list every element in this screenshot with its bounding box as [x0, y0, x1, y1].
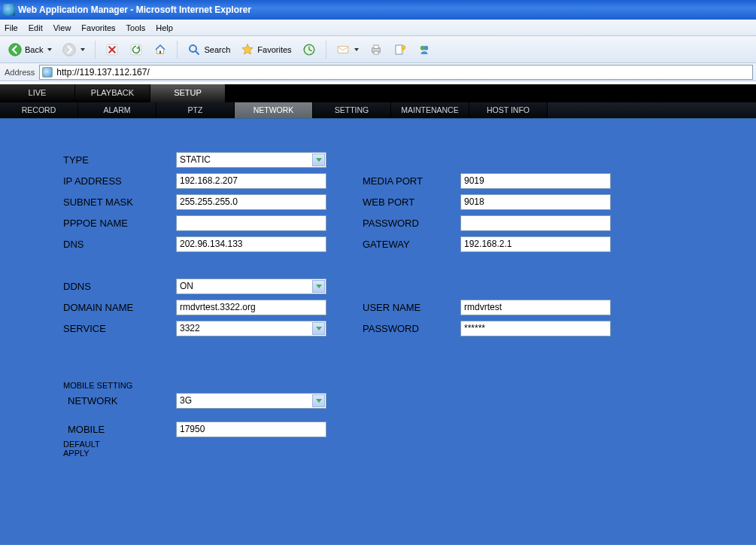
- tab-network[interactable]: NETWORK: [235, 102, 313, 118]
- chevron-down-icon: [354, 48, 359, 51]
- pppoe-input[interactable]: [176, 215, 326, 231]
- service-label: SERVICE: [63, 323, 176, 334]
- star-icon: [241, 43, 254, 56]
- back-button[interactable]: Back: [5, 40, 56, 59]
- dns-input[interactable]: 202. 96. 134. 133: [176, 236, 326, 252]
- history-button[interactable]: [299, 40, 320, 59]
- gateway-oct2: 168: [481, 239, 496, 249]
- back-label: Back: [25, 45, 43, 54]
- dns-oct2: 96: [197, 239, 207, 249]
- mediaport-label: MEDIA PORT: [363, 175, 460, 187]
- address-bar: Address: [0, 63, 756, 81]
- mobile-value: 17950: [180, 424, 205, 434]
- menu-favorites[interactable]: Favorites: [81, 23, 115, 32]
- ip-input[interactable]: 192. 168. 2. 207: [176, 173, 326, 189]
- network-select[interactable]: 3G: [176, 393, 326, 409]
- refresh-button[interactable]: [126, 40, 147, 59]
- history-icon: [302, 43, 316, 56]
- page-icon: [42, 67, 53, 78]
- webport-label: WEB PORT: [363, 196, 460, 208]
- ddns-password-input[interactable]: ******: [460, 321, 611, 336]
- search-icon: [187, 43, 201, 56]
- pppoe-password-input[interactable]: [460, 215, 611, 231]
- type-select[interactable]: STATIC: [176, 152, 326, 168]
- separator: [95, 41, 96, 59]
- home-button[interactable]: [150, 40, 171, 59]
- gateway-oct4: 1: [507, 239, 512, 249]
- ip-oct4: 207: [223, 175, 238, 186]
- subnet-oct2: 255: [197, 196, 212, 207]
- forward-button[interactable]: [59, 40, 89, 59]
- print-icon: [369, 43, 383, 56]
- menu-tools[interactable]: Tools: [126, 23, 146, 32]
- ie-icon: [3, 4, 15, 16]
- ddns-password-label: PASSWORD: [363, 323, 460, 334]
- menu-view[interactable]: View: [53, 23, 71, 32]
- username-input[interactable]: rmdvrtest: [460, 300, 611, 315]
- tab-hostinfo[interactable]: HOST INFO: [469, 102, 548, 118]
- svg-rect-7: [338, 46, 348, 53]
- ip-oct2: 168: [197, 175, 212, 186]
- network-panel: TYPE STATIC IP ADDRESS 192. 168. 2. 207 …: [0, 119, 756, 545]
- favorites-label: Favorites: [257, 45, 291, 54]
- type-label: TYPE: [63, 154, 176, 166]
- main-tabs: LIVE PLAYBACK SETUP: [0, 84, 756, 102]
- menu-file[interactable]: File: [5, 23, 18, 32]
- stop-icon: [105, 43, 119, 56]
- button-row: DEFAULT APPLY: [63, 440, 756, 458]
- tab-maintenance[interactable]: MAINTENANCE: [391, 102, 469, 118]
- menu-edit[interactable]: Edit: [29, 23, 43, 32]
- messenger-button[interactable]: [414, 40, 435, 59]
- domain-value: rmdvrtest.3322.org: [180, 302, 256, 312]
- tab-setup[interactable]: SETUP: [150, 84, 226, 102]
- menu-help[interactable]: Help: [156, 23, 173, 32]
- tab-playback[interactable]: PLAYBACK: [75, 84, 150, 102]
- gateway-input[interactable]: 192. 168. 2. 1: [460, 236, 611, 252]
- gateway-oct3: 2: [499, 239, 505, 249]
- search-button[interactable]: Search: [184, 40, 234, 59]
- tab-filler: [226, 84, 756, 102]
- domain-input[interactable]: rmdvrtest.3322.org: [176, 300, 326, 315]
- address-input[interactable]: [39, 65, 753, 80]
- ip-oct1: 192: [180, 175, 195, 186]
- mobile-input[interactable]: 17950: [176, 422, 326, 437]
- print-button[interactable]: [366, 40, 387, 59]
- svg-rect-4: [159, 50, 161, 53]
- mail-button[interactable]: [332, 40, 363, 59]
- svg-point-0: [9, 43, 22, 56]
- dns-oct4: 133: [227, 239, 242, 249]
- mobile-label: MOBILE: [63, 424, 176, 435]
- webport-input[interactable]: 9018: [460, 194, 611, 210]
- type-value: STATIC: [180, 154, 211, 165]
- network-value: 3G: [180, 395, 192, 406]
- ddns-select[interactable]: ON: [176, 279, 326, 294]
- tab-alarm[interactable]: ALARM: [78, 102, 156, 118]
- ip-label: IP ADDRESS: [63, 175, 176, 187]
- ddns-value: ON: [180, 281, 193, 291]
- edit-button[interactable]: [390, 40, 411, 59]
- ddns-password-value: ******: [464, 323, 485, 333]
- apply-button[interactable]: APPLY: [63, 449, 756, 458]
- mediaport-input[interactable]: 9019: [460, 173, 611, 189]
- subnet-label: SUBNET MASK: [63, 196, 176, 208]
- ddns-label: DDNS: [63, 281, 176, 292]
- favorites-button[interactable]: Favorites: [237, 40, 295, 59]
- menu-bar: File Edit View Favorites Tools Help: [0, 20, 756, 36]
- ip-oct3: 2: [215, 175, 220, 186]
- stop-button[interactable]: [102, 40, 123, 59]
- mediaport-value: 9019: [464, 175, 484, 186]
- svg-rect-10: [374, 51, 378, 54]
- subnet-input[interactable]: 255. 255. 255. 0: [176, 194, 326, 210]
- default-button[interactable]: DEFAULT: [63, 440, 756, 449]
- tab-live[interactable]: LIVE: [0, 84, 75, 102]
- tab-record[interactable]: RECORD: [0, 102, 78, 118]
- separator: [326, 41, 326, 59]
- domain-label: DOMAIN NAME: [63, 302, 176, 313]
- service-value: 3322: [180, 323, 200, 333]
- tab-filler: [548, 102, 756, 118]
- tab-setting[interactable]: SETTING: [313, 102, 391, 118]
- svg-rect-9: [374, 45, 378, 49]
- svg-point-12: [402, 45, 405, 49]
- tab-ptz[interactable]: PTZ: [156, 102, 235, 118]
- service-select[interactable]: 3322: [176, 321, 326, 336]
